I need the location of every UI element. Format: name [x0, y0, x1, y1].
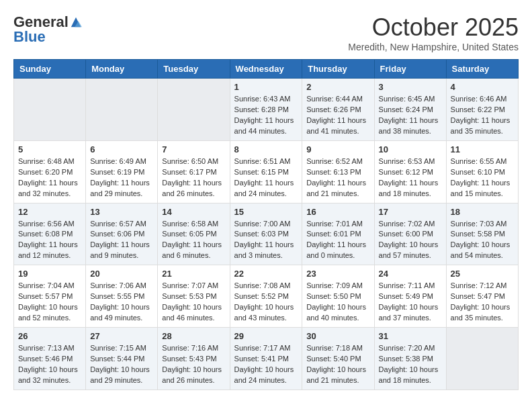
logo-blue-text: Blue — [13, 28, 46, 45]
calendar-cell: 20Sunrise: 7:06 AMSunset: 5:55 PMDayligh… — [86, 265, 158, 328]
day-number: 16 — [306, 207, 369, 217]
day-info: Sunrise: 6:48 AMSunset: 6:20 PMDaylight:… — [18, 156, 81, 199]
calendar-cell: 17Sunrise: 7:02 AMSunset: 6:00 PMDayligh… — [374, 203, 446, 265]
day-number: 27 — [90, 331, 153, 341]
day-number: 9 — [306, 144, 369, 154]
title-block: October 2025 Meredith, New Hampshire, Un… — [348, 13, 519, 52]
day-number: 25 — [451, 269, 514, 279]
calendar-cell: 3Sunrise: 6:45 AMSunset: 6:24 PMDaylight… — [374, 79, 446, 141]
day-info: Sunrise: 6:56 AMSunset: 6:08 PMDaylight:… — [18, 219, 81, 262]
day-info: Sunrise: 6:44 AMSunset: 6:26 PMDaylight:… — [306, 94, 369, 137]
calendar-cell: 28Sunrise: 7:16 AMSunset: 5:43 PMDayligh… — [158, 328, 230, 390]
day-info: Sunrise: 7:18 AMSunset: 5:40 PMDaylight:… — [306, 343, 369, 386]
day-number: 26 — [18, 331, 81, 341]
calendar-cell: 25Sunrise: 7:12 AMSunset: 5:47 PMDayligh… — [446, 265, 518, 328]
day-number: 17 — [379, 207, 442, 217]
day-info: Sunrise: 7:11 AMSunset: 5:49 PMDaylight:… — [379, 281, 442, 324]
day-info: Sunrise: 6:58 AMSunset: 6:05 PMDaylight:… — [162, 219, 225, 262]
calendar-cell: 24Sunrise: 7:11 AMSunset: 5:49 PMDayligh… — [374, 265, 446, 328]
day-number: 19 — [18, 269, 81, 279]
day-number: 10 — [379, 144, 442, 154]
day-number: 14 — [162, 207, 225, 217]
calendar-cell: 12Sunrise: 6:56 AMSunset: 6:08 PMDayligh… — [14, 203, 86, 265]
calendar-cell: 9Sunrise: 6:52 AMSunset: 6:13 PMDaylight… — [302, 140, 374, 203]
day-number: 13 — [90, 207, 153, 217]
day-number: 22 — [234, 269, 298, 279]
calendar-cell: 7Sunrise: 6:50 AMSunset: 6:17 PMDaylight… — [158, 140, 230, 203]
calendar-cell: 23Sunrise: 7:09 AMSunset: 5:50 PMDayligh… — [302, 265, 374, 328]
calendar-cell: 27Sunrise: 7:15 AMSunset: 5:44 PMDayligh… — [86, 328, 158, 390]
calendar-cell: 13Sunrise: 6:57 AMSunset: 6:06 PMDayligh… — [86, 203, 158, 265]
day-info: Sunrise: 7:17 AMSunset: 5:41 PMDaylight:… — [234, 343, 298, 386]
day-info: Sunrise: 7:15 AMSunset: 5:44 PMDaylight:… — [90, 343, 153, 386]
calendar-cell: 19Sunrise: 7:04 AMSunset: 5:57 PMDayligh… — [14, 265, 86, 328]
day-number: 1 — [234, 82, 298, 92]
day-header-thursday: Thursday — [302, 60, 374, 79]
calendar-cell — [446, 328, 518, 390]
day-info: Sunrise: 7:00 AMSunset: 6:03 PMDaylight:… — [234, 219, 298, 262]
day-info: Sunrise: 7:13 AMSunset: 5:46 PMDaylight:… — [18, 343, 81, 386]
calendar-cell — [158, 79, 230, 141]
day-info: Sunrise: 6:51 AMSunset: 6:15 PMDaylight:… — [234, 156, 298, 199]
calendar-week-row: 5Sunrise: 6:48 AMSunset: 6:20 PMDaylight… — [14, 140, 519, 203]
calendar-cell: 6Sunrise: 6:49 AMSunset: 6:19 PMDaylight… — [86, 140, 158, 203]
day-info: Sunrise: 7:08 AMSunset: 5:52 PMDaylight:… — [234, 281, 298, 324]
day-header-wednesday: Wednesday — [230, 60, 302, 79]
calendar-cell — [86, 79, 158, 141]
day-number: 31 — [379, 331, 442, 341]
calendar-cell: 29Sunrise: 7:17 AMSunset: 5:41 PMDayligh… — [230, 328, 302, 390]
day-number: 30 — [306, 331, 369, 341]
day-header-sunday: Sunday — [14, 60, 86, 79]
day-info: Sunrise: 7:02 AMSunset: 6:00 PMDaylight:… — [379, 219, 442, 262]
calendar-header-row: SundayMondayTuesdayWednesdayThursdayFrid… — [14, 60, 519, 79]
calendar-cell: 15Sunrise: 7:00 AMSunset: 6:03 PMDayligh… — [230, 203, 302, 265]
day-info: Sunrise: 7:04 AMSunset: 5:57 PMDaylight:… — [18, 281, 81, 324]
day-number: 4 — [451, 82, 514, 92]
day-info: Sunrise: 7:09 AMSunset: 5:50 PMDaylight:… — [306, 281, 369, 324]
calendar-cell — [14, 79, 86, 141]
day-info: Sunrise: 6:55 AMSunset: 6:10 PMDaylight:… — [451, 156, 514, 199]
day-info: Sunrise: 7:06 AMSunset: 5:55 PMDaylight:… — [90, 281, 153, 324]
day-number: 15 — [234, 207, 298, 217]
day-number: 3 — [379, 82, 442, 92]
day-number: 23 — [306, 269, 369, 279]
day-info: Sunrise: 7:03 AMSunset: 5:58 PMDaylight:… — [451, 219, 514, 262]
day-header-saturday: Saturday — [446, 60, 518, 79]
day-info: Sunrise: 7:20 AMSunset: 5:38 PMDaylight:… — [379, 343, 442, 386]
day-info: Sunrise: 7:07 AMSunset: 5:53 PMDaylight:… — [162, 281, 225, 324]
calendar-cell: 14Sunrise: 6:58 AMSunset: 6:05 PMDayligh… — [158, 203, 230, 265]
day-info: Sunrise: 6:50 AMSunset: 6:17 PMDaylight:… — [162, 156, 225, 199]
day-number: 11 — [451, 144, 514, 154]
calendar-cell: 26Sunrise: 7:13 AMSunset: 5:46 PMDayligh… — [14, 328, 86, 390]
calendar-cell: 16Sunrise: 7:01 AMSunset: 6:01 PMDayligh… — [302, 203, 374, 265]
day-number: 2 — [306, 82, 369, 92]
day-number: 20 — [90, 269, 153, 279]
calendar-cell: 11Sunrise: 6:55 AMSunset: 6:10 PMDayligh… — [446, 140, 518, 203]
day-number: 5 — [18, 144, 81, 154]
day-info: Sunrise: 6:49 AMSunset: 6:19 PMDaylight:… — [90, 156, 153, 199]
day-number: 24 — [379, 269, 442, 279]
page-header: General Blue October 2025 Meredith, New … — [13, 13, 519, 52]
day-number: 28 — [162, 331, 225, 341]
day-info: Sunrise: 6:45 AMSunset: 6:24 PMDaylight:… — [379, 94, 442, 137]
day-info: Sunrise: 6:57 AMSunset: 6:06 PMDaylight:… — [90, 219, 153, 262]
day-header-monday: Monday — [86, 60, 158, 79]
calendar-week-row: 12Sunrise: 6:56 AMSunset: 6:08 PMDayligh… — [14, 203, 519, 265]
day-number: 29 — [234, 331, 298, 341]
calendar-cell: 4Sunrise: 6:46 AMSunset: 6:22 PMDaylight… — [446, 79, 518, 141]
calendar-week-row: 19Sunrise: 7:04 AMSunset: 5:57 PMDayligh… — [14, 265, 519, 328]
calendar-cell: 8Sunrise: 6:51 AMSunset: 6:15 PMDaylight… — [230, 140, 302, 203]
calendar-week-row: 26Sunrise: 7:13 AMSunset: 5:46 PMDayligh… — [14, 328, 519, 390]
day-info: Sunrise: 7:16 AMSunset: 5:43 PMDaylight:… — [162, 343, 225, 386]
calendar-cell: 10Sunrise: 6:53 AMSunset: 6:12 PMDayligh… — [374, 140, 446, 203]
calendar-week-row: 1Sunrise: 6:43 AMSunset: 6:28 PMDaylight… — [14, 79, 519, 141]
day-info: Sunrise: 6:52 AMSunset: 6:13 PMDaylight:… — [306, 156, 369, 199]
day-header-friday: Friday — [374, 60, 446, 79]
day-info: Sunrise: 6:43 AMSunset: 6:28 PMDaylight:… — [234, 94, 298, 137]
calendar-cell: 1Sunrise: 6:43 AMSunset: 6:28 PMDaylight… — [230, 79, 302, 141]
logo-icon — [70, 16, 82, 28]
calendar-cell: 2Sunrise: 6:44 AMSunset: 6:26 PMDaylight… — [302, 79, 374, 141]
day-number: 8 — [234, 144, 298, 154]
day-number: 7 — [162, 144, 225, 154]
day-info: Sunrise: 7:01 AMSunset: 6:01 PMDaylight:… — [306, 219, 369, 262]
